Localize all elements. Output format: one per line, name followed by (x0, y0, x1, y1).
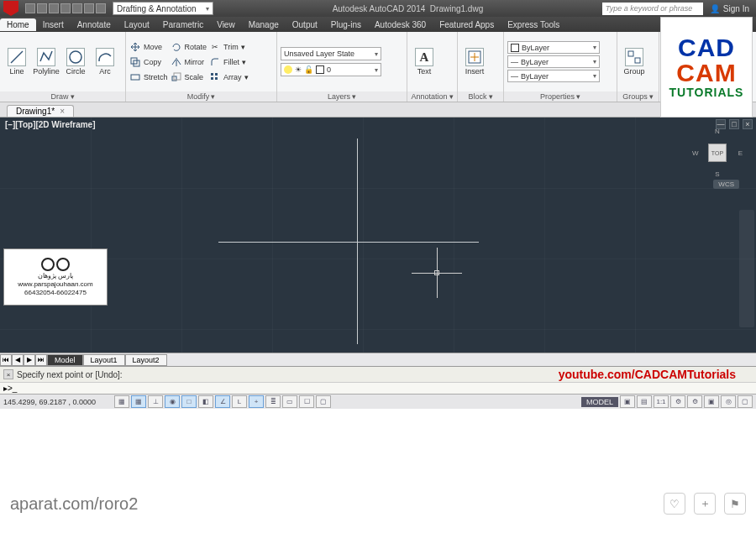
array-button[interactable]: Array▾ (209, 70, 249, 84)
ribbon: Line Polyline Circle Arc Draw▾ Move Copy… (0, 32, 756, 102)
qat-plot-icon[interactable] (72, 3, 82, 13)
viewport-label[interactable]: [–][Top][2D Wireframe] (5, 120, 96, 129)
osnap-button[interactable]: □ (181, 395, 197, 408)
qat-undo-icon[interactable] (84, 3, 94, 13)
lineweight-dropdown[interactable]: —ByLayer (507, 55, 600, 68)
circle-button[interactable]: Circle (62, 48, 89, 76)
quickview-drawings-icon[interactable]: ▤ (637, 395, 652, 408)
move-button[interactable]: Move (129, 39, 168, 54)
like-button[interactable]: ♡ (664, 493, 685, 515)
polar-button[interactable]: ◉ (165, 395, 180, 408)
circle-icon (68, 50, 83, 65)
trim-button[interactable]: ✂Trim▾ (209, 39, 249, 54)
sign-in-button[interactable]: 👤 Sign In (710, 4, 749, 13)
stretch-button[interactable]: Stretch (129, 70, 168, 84)
first-icon[interactable]: ⏮ (0, 354, 12, 366)
tab-home[interactable]: Home (0, 18, 36, 31)
quickview-layouts-icon[interactable]: ▣ (620, 395, 635, 408)
annotation-visibility-icon[interactable]: ⚙ (670, 395, 685, 408)
svg-line-0 (11, 51, 23, 63)
close-icon[interactable]: × (743, 119, 753, 129)
lwt-button[interactable]: ≣ (265, 395, 281, 408)
line-button[interactable]: Line (3, 48, 30, 76)
tab-layout[interactable]: Layout (118, 18, 156, 31)
tab-manage[interactable]: Manage (242, 18, 286, 31)
tab-annotate[interactable]: Annotate (71, 18, 118, 31)
next-icon[interactable]: ▶ (24, 354, 35, 366)
add-button[interactable]: ＋ (694, 493, 716, 515)
file-tab-drawing1[interactable]: Drawing1*× (7, 105, 74, 117)
group-button[interactable]: Group (621, 48, 648, 76)
help-search-input[interactable]: Type a keyword or phrase (602, 3, 703, 15)
color-dropdown[interactable]: ByLayer (507, 41, 600, 54)
isolate-objects-icon[interactable]: ◎ (721, 395, 736, 408)
qat-new-icon[interactable] (25, 3, 35, 13)
rotate-button[interactable]: Rotate (171, 39, 207, 54)
qat-open-icon[interactable] (37, 3, 47, 13)
tab-autodesk360[interactable]: Autodesk 360 (368, 18, 433, 31)
layout-tab-layout2[interactable]: Layout2 (125, 354, 167, 366)
fillet-button[interactable]: Fillet▾ (209, 55, 249, 69)
polyline-button[interactable]: Polyline (33, 48, 60, 76)
qat-redo-icon[interactable] (96, 3, 106, 13)
app-logo[interactable] (3, 1, 18, 16)
qat-saveas-icon[interactable] (60, 3, 71, 13)
scale-button[interactable]: Scale (171, 70, 207, 84)
wcs-badge[interactable]: WCS (713, 180, 739, 189)
layout-tab-layout1[interactable]: Layout1 (83, 354, 125, 366)
view-cube[interactable]: N S E W TOP (694, 129, 741, 176)
panel-annotation: AText Annotation▾ (407, 32, 458, 102)
current-layer-dropdown[interactable]: ☀ 🔓 0 (281, 63, 381, 76)
chevron-down-icon[interactable]: ▾ (211, 92, 215, 101)
drawing-canvas[interactable]: [–][Top][2D Wireframe] — □ × N S E W TOP… (0, 118, 756, 353)
tab-insert[interactable]: Insert (36, 18, 71, 31)
ortho-button[interactable]: ⊥ (148, 395, 163, 408)
tab-output[interactable]: Output (286, 18, 324, 31)
svg-point-1 (70, 51, 81, 63)
model-space-button[interactable]: MODEL (581, 397, 618, 407)
prev-icon[interactable]: ◀ (12, 354, 24, 366)
tab-featured-apps[interactable]: Featured Apps (433, 18, 501, 31)
layout-tab-model[interactable]: Model (47, 354, 83, 366)
navigation-bar[interactable] (739, 210, 754, 327)
3dosnap-button[interactable]: ◧ (198, 395, 213, 408)
arc-button[interactable]: Arc (92, 48, 118, 76)
close-icon[interactable]: × (3, 369, 13, 379)
annotation-scale-button[interactable]: 1:1 (654, 395, 669, 408)
mirror-button[interactable]: Mirror (171, 55, 207, 69)
chevron-down-icon[interactable]: ▾ (71, 92, 75, 101)
snap-button[interactable]: ▦ (114, 395, 129, 408)
tab-express-tools[interactable]: Express Tools (501, 18, 566, 31)
svg-rect-10 (215, 77, 218, 80)
flag-button[interactable]: ⚑ (724, 493, 746, 515)
dyn-button[interactable]: + (249, 395, 264, 408)
last-icon[interactable]: ⏭ (35, 354, 47, 366)
tpy-button[interactable]: ▭ (282, 395, 297, 408)
chevron-down-icon[interactable]: ▾ (352, 92, 356, 101)
layer-state-dropdown[interactable]: Unsaved Layer State (281, 47, 381, 60)
linetype-dropdown[interactable]: —ByLayer (507, 70, 600, 82)
tab-parametric[interactable]: Parametric (156, 18, 210, 31)
clean-screen-icon[interactable]: ▢ (738, 395, 753, 408)
workspace-switch-icon[interactable]: ⚙ (687, 395, 702, 408)
maximize-icon[interactable]: □ (729, 119, 739, 129)
tab-plugins[interactable]: Plug-ins (324, 18, 368, 31)
tab-view[interactable]: View (210, 18, 242, 31)
close-icon[interactable]: × (60, 107, 65, 116)
otrack-button[interactable]: ∠ (215, 395, 230, 408)
sc-button[interactable]: ▢ (316, 395, 331, 408)
qp-button[interactable]: ☐ (299, 395, 314, 408)
text-button[interactable]: AText (411, 48, 438, 76)
coordinates-readout[interactable]: 145.4299, 69.2187 , 0.0000 (3, 398, 113, 406)
workspace-dropdown[interactable]: Drafting & Annotation (113, 2, 213, 15)
copy-button[interactable]: Copy (129, 55, 168, 69)
command-input[interactable] (17, 384, 753, 393)
insert-button[interactable]: Insert (461, 48, 488, 76)
ducs-button[interactable]: L (232, 395, 247, 408)
qat-save-icon[interactable] (49, 3, 59, 13)
panel-draw: Line Polyline Circle Arc Draw▾ (0, 32, 126, 102)
status-bar: 145.4299, 69.2187 , 0.0000 ▦ ▦ ⊥ ◉ □ ◧ ∠… (0, 394, 756, 409)
hardware-accel-icon[interactable]: ▣ (704, 395, 719, 408)
rotate-icon (171, 42, 181, 52)
grid-button[interactable]: ▦ (131, 395, 146, 408)
